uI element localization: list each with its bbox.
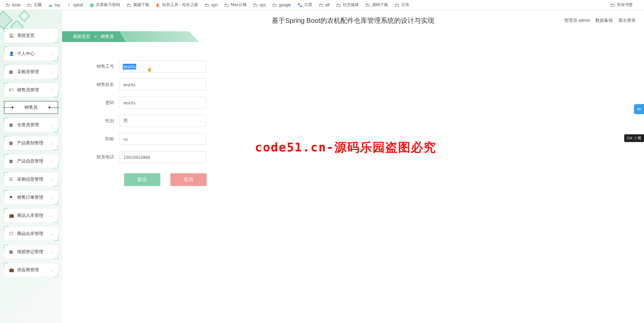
- sidebar-subitem-salesperson[interactable]: 销售员: [4, 101, 58, 114]
- bookmark-tools[interactable]: tools: [5, 2, 20, 8]
- folder-icon: [318, 2, 324, 8]
- chevron-down-icon: ⌄: [199, 119, 202, 123]
- bookmark-max-cloud[interactable]: Max云梯: [224, 2, 247, 8]
- side-widget-icon[interactable]: ∞: [634, 104, 644, 114]
- chevron-down-icon: ⌄: [50, 250, 53, 254]
- input-phone[interactable]: [119, 151, 206, 163]
- grid-icon: ▦: [9, 141, 14, 145]
- user-role-label[interactable]: 管理员 admin: [564, 18, 590, 23]
- label-password: 密码: [79, 100, 119, 106]
- sidebar-item-damage-report[interactable]: ▦ 报损登记管理 ⌄: [4, 245, 58, 259]
- sidebar-item-salesperson-mgmt[interactable]: 🏷 销售员管理 ⌃: [4, 83, 58, 97]
- input-sales-id[interactable]: testXs: [119, 60, 206, 73]
- bookmarks-bar: tools 宝藏 ☁txy ⇧uplod ▦共享账号密码 视频下载 ◧站长工具 …: [0, 0, 644, 10]
- sidebar-item-inbound[interactable]: 💼 商品入库管理 ⌄: [4, 209, 58, 223]
- sidebar-subitem-label: 销售员: [24, 104, 38, 110]
- chevron-down-icon: ⌄: [50, 159, 53, 163]
- bookmark-baidu[interactable]: 🐾百度: [297, 2, 312, 8]
- submit-button[interactable]: 提交: [124, 173, 160, 186]
- label-title: 职称: [79, 136, 119, 142]
- content-area: 基于Spring Boot的农机配件仓库管理系统的设计与实现 管理员 admin…: [62, 10, 644, 323]
- folder-icon: [610, 2, 615, 8]
- chevron-down-icon: ⌄: [50, 70, 53, 74]
- breadcrumb: 系统首页 > 销售员: [62, 31, 644, 42]
- tag-icon: 🏷: [9, 88, 14, 92]
- breadcrumb-current: 销售员: [101, 34, 114, 39]
- bookmark-txy[interactable]: ☁txy: [48, 2, 60, 8]
- folder-icon: [253, 2, 258, 8]
- input-password[interactable]: [119, 97, 206, 109]
- sidebar-item-home[interactable]: 🏠 系统首页: [4, 29, 58, 43]
- folder-icon: [126, 2, 131, 8]
- bookmark-social-media[interactable]: 社交媒体: [336, 2, 359, 8]
- bookmark-webmaster-tools[interactable]: ◧站长工具 - 站长之家: [155, 2, 198, 8]
- bookmark-uplod[interactable]: ⇧uplod: [66, 2, 83, 8]
- sidebar-item-label: 销售员管理: [17, 87, 39, 93]
- chevron-down-icon: ⌄: [50, 52, 53, 56]
- baidu-icon: 🐾: [297, 2, 303, 8]
- folder-icon: [365, 2, 370, 8]
- sidebar-item-sales-order[interactable]: ⚑ 销售订单管理 ⌄: [4, 190, 58, 204]
- chevron-down-icon: ⌄: [50, 123, 53, 127]
- chevron-down-icon: ⌄: [50, 196, 53, 199]
- chevron-down-icon: ⌄: [50, 141, 53, 145]
- input-sales-name[interactable]: [119, 79, 206, 91]
- input-title[interactable]: [119, 133, 206, 145]
- cloud-icon: ☁: [48, 2, 53, 8]
- bookmark-vpn[interactable]: vpn: [204, 2, 218, 8]
- grid-icon: ▦: [9, 249, 14, 254]
- bookmark-google[interactable]: google: [272, 2, 291, 8]
- sidebar-item-purchaser[interactable]: ▦ 采购员管理 ⌄: [4, 65, 58, 79]
- folder-icon: [272, 2, 277, 8]
- sidebar-item-label: 报损登记管理: [17, 249, 43, 255]
- bookmark-shared-accounts[interactable]: ▦共享账号密码: [89, 2, 120, 8]
- sidebar-item-warehouse-staff[interactable]: ▦ 仓管员管理 ⌄: [4, 118, 58, 132]
- bookmark-video-download[interactable]: 视频下载: [126, 2, 149, 8]
- chevron-down-icon: ⌄: [50, 178, 53, 181]
- folder-icon: [26, 2, 32, 8]
- select-gender[interactable]: 男 ⌄: [119, 115, 206, 127]
- sidebar-item-profile[interactable]: 👤 个人中心 ⌄: [4, 47, 58, 61]
- bookmark-source-download[interactable]: 源码下载: [365, 2, 388, 8]
- label-gender: 性别: [79, 118, 119, 124]
- bookmark-all-bookmarks[interactable]: 所有书签: [610, 2, 633, 8]
- chevron-up-icon: ⌃: [50, 88, 53, 92]
- user-icon: 👤: [9, 51, 14, 56]
- breadcrumb-separator: >: [94, 34, 97, 39]
- bookmark-baota[interactable]: 宝塔: [394, 2, 409, 8]
- bookmark-aff[interactable]: aff: [318, 2, 330, 8]
- sidebar-item-label: 产品类别管理: [17, 140, 43, 146]
- cancel-button[interactable]: 取消: [170, 173, 207, 186]
- grid-icon: ▦: [9, 159, 14, 164]
- folder-icon: [5, 2, 10, 8]
- sidebar-item-label: 商品入库管理: [17, 213, 43, 219]
- tool-icon: ◧: [155, 2, 161, 8]
- bookmark-vps[interactable]: vps: [253, 2, 266, 8]
- logout-link[interactable]: 退出登录: [618, 18, 636, 23]
- folder-icon: [336, 2, 341, 8]
- sidebar-item-label: 系统首页: [17, 33, 35, 39]
- grid-icon: ▦: [9, 70, 14, 74]
- sidebar-item-product-category[interactable]: ▦ 产品类别管理 ⌄: [4, 136, 58, 150]
- sidebar-item-supplier[interactable]: 💼 供应商管理 ⌄: [4, 263, 58, 277]
- upload-icon: ⇧: [66, 2, 71, 8]
- bookmark-treasure[interactable]: 宝藏: [26, 2, 42, 8]
- folder-icon: [204, 2, 210, 8]
- sidebar-item-outbound[interactable]: 🖵 商品出库管理 ⌄: [4, 227, 58, 241]
- backup-link[interactable]: 数据备份: [595, 18, 613, 23]
- sidebar-item-label: 商品出库管理: [17, 231, 43, 237]
- page-title: 基于Spring Boot的农机配件仓库管理系统的设计与实现: [62, 16, 644, 25]
- folder-icon: [224, 2, 229, 8]
- ime-indicator[interactable]: CH ☽ 简: [624, 134, 644, 142]
- sidebar-item-purchase-info[interactable]: ☑ 采购信息管理 ⌄: [4, 172, 58, 186]
- home-icon: 🏠: [9, 33, 14, 38]
- label-phone: 联系电话: [79, 154, 119, 160]
- sidebar-item-product-info[interactable]: ▦ 产品信息管理 ⌄: [4, 154, 58, 168]
- sheet-icon: ▦: [89, 2, 94, 8]
- chevron-down-icon: ⌄: [50, 268, 53, 272]
- monitor-icon: 🖵: [9, 231, 14, 236]
- breadcrumb-home[interactable]: 系统首页: [73, 34, 90, 39]
- page-header: 基于Spring Boot的农机配件仓库管理系统的设计与实现 管理员 admin…: [62, 10, 644, 31]
- sidebar-item-label: 供应商管理: [17, 267, 39, 273]
- label-sales-id: 销售工号: [79, 63, 119, 70]
